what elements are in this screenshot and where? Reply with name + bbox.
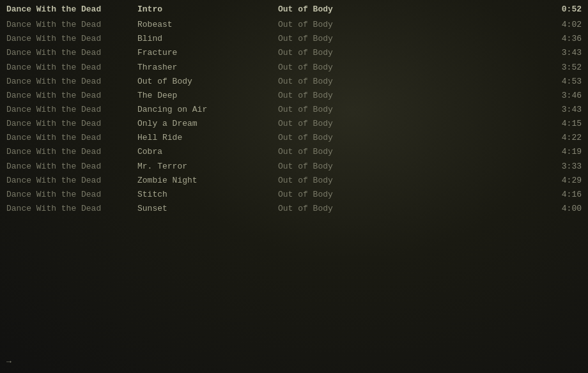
track-album: Out of Body [278,174,543,187]
track-list: Dance With the Dead Intro Out of Body 0:… [0,0,588,218]
table-header: Dance With the Dead Intro Out of Body 0:… [0,3,588,17]
track-duration: 4:16 [543,188,582,201]
track-album: Out of Body [278,19,543,31]
table-row[interactable]: Dance With the DeadDancing on AirOut of … [0,103,588,117]
track-title: Thrasher [137,61,278,74]
track-album: Out of Body [278,89,543,102]
track-title: Sunset [137,202,278,215]
track-duration: 4:53 [543,75,582,88]
track-title: Out of Body [137,75,278,88]
track-duration: 4:15 [543,118,582,130]
track-artist: Dance With the Dead [6,174,137,187]
track-artist: Dance With the Dead [6,61,137,74]
track-title: Mr. Terror [137,160,278,173]
track-duration: 3:33 [543,160,582,173]
track-title: Stitch [137,188,278,201]
track-artist: Dance With the Dead [6,188,137,201]
track-title: Dancing on Air [137,103,278,116]
header-album: Out of Body [278,3,543,16]
track-album: Out of Body [278,202,543,215]
table-row[interactable]: Dance With the DeadHell RideOut of Body4… [0,131,588,145]
track-album: Out of Body [278,118,543,130]
track-artist: Dance With the Dead [6,75,137,88]
track-duration: 3:43 [543,47,582,59]
track-title: Robeast [137,19,278,31]
track-duration: 3:43 [543,103,582,116]
track-duration: 3:46 [543,89,582,102]
track-album: Out of Body [278,132,543,144]
track-album: Out of Body [278,61,543,74]
table-row[interactable]: Dance With the DeadZombie NightOut of Bo… [0,174,588,188]
track-artist: Dance With the Dead [6,132,137,144]
track-artist: Dance With the Dead [6,146,137,158]
track-duration: 4:36 [543,33,582,45]
track-duration: 4:19 [543,146,582,158]
track-artist: Dance With the Dead [6,47,137,59]
track-title: Blind [137,33,278,45]
track-artist: Dance With the Dead [6,19,137,31]
track-artist: Dance With the Dead [6,89,137,102]
table-row[interactable]: Dance With the DeadThrasherOut of Body3:… [0,61,588,75]
track-artist: Dance With the Dead [6,103,137,116]
table-row[interactable]: Dance With the DeadRobeastOut of Body4:0… [0,18,588,32]
track-album: Out of Body [278,146,543,158]
table-row[interactable]: Dance With the DeadOnly a DreamOut of Bo… [0,117,588,131]
arrow-indicator: → [6,357,12,367]
track-duration: 3:52 [543,61,582,74]
track-album: Out of Body [278,75,543,88]
track-title: Cobra [137,146,278,158]
track-artist: Dance With the Dead [6,202,137,215]
track-album: Out of Body [278,103,543,116]
table-row[interactable]: Dance With the DeadStitchOut of Body4:16 [0,188,588,202]
track-artist: Dance With the Dead [6,33,137,45]
table-row[interactable]: Dance With the DeadBlindOut of Body4:36 [0,32,588,46]
track-title: Hell Ride [137,132,278,144]
table-row[interactable]: Dance With the DeadSunsetOut of Body4:00 [0,202,588,216]
table-row[interactable]: Dance With the DeadCobraOut of Body4:19 [0,145,588,159]
table-row[interactable]: Dance With the DeadOut of BodyOut of Bod… [0,75,588,89]
track-album: Out of Body [278,188,543,201]
table-row[interactable]: Dance With the DeadThe DeepOut of Body3:… [0,89,588,103]
track-duration: 4:02 [543,19,582,31]
track-artist: Dance With the Dead [6,160,137,173]
track-album: Out of Body [278,160,543,173]
track-artist: Dance With the Dead [6,118,137,130]
track-duration: 4:29 [543,174,582,187]
track-duration: 4:00 [543,202,582,215]
track-album: Out of Body [278,47,543,59]
track-title: The Deep [137,89,278,102]
track-title: Zombie Night [137,174,278,187]
track-title: Only a Dream [137,118,278,130]
track-title: Fracture [137,47,278,59]
track-album: Out of Body [278,33,543,45]
table-row[interactable]: Dance With the DeadFractureOut of Body3:… [0,46,588,60]
track-duration: 4:22 [543,132,582,144]
header-title: Intro [137,3,278,16]
table-row[interactable]: Dance With the DeadMr. TerrorOut of Body… [0,160,588,174]
header-duration: 0:52 [543,3,582,16]
header-artist: Dance With the Dead [6,3,137,16]
